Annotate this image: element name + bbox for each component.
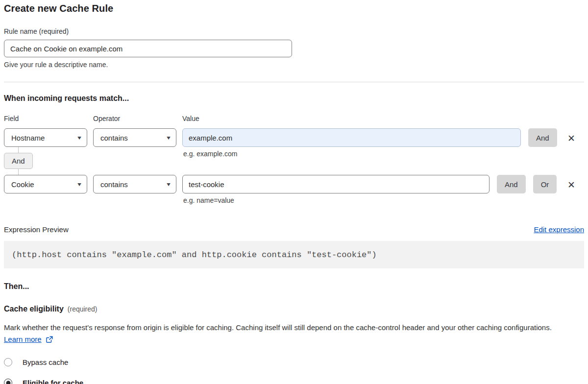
operator-select-1[interactable]: contains ▾: [93, 128, 176, 147]
rule-name-label: Rule name (required): [4, 27, 584, 35]
chevron-down-icon: ▾: [77, 181, 81, 187]
add-and-condition-button-1[interactable]: And: [528, 128, 557, 147]
connector-and-button[interactable]: And: [4, 153, 33, 169]
value-column-label: Value: [182, 115, 199, 122]
option-bypass-cache[interactable]: Bypass cache: [4, 358, 584, 366]
section-divider: [4, 82, 584, 82]
value-hint-2: e.g. name=value: [4, 196, 584, 204]
field-column-label: Field: [4, 115, 93, 122]
value-hint-1: e.g. example.com: [183, 150, 238, 158]
remove-condition-button-1[interactable]: ✕: [566, 133, 577, 144]
remove-condition-button-2[interactable]: ✕: [566, 179, 577, 190]
field-select-2-value: Cookie: [11, 180, 34, 189]
edit-expression-link[interactable]: Edit expression: [534, 225, 584, 234]
cache-eligibility-heading-row: Cache eligibility (required): [4, 305, 584, 313]
operator-select-2[interactable]: contains ▾: [93, 175, 176, 193]
page-title: Create new Cache Rule: [4, 3, 584, 14]
option-eligible-for-cache-label: Eligible for cache: [23, 379, 83, 384]
operator-select-1-value: contains: [100, 134, 128, 142]
field-select-1[interactable]: Hostname ▾: [4, 128, 87, 147]
close-icon: ✕: [567, 133, 575, 144]
radio-selected-icon[interactable]: [4, 379, 12, 384]
learn-more-link[interactable]: Learn more: [4, 335, 42, 343]
external-link-icon: [46, 336, 53, 343]
required-note: (required): [68, 305, 98, 313]
field-select-1-value: Hostname: [11, 134, 45, 142]
then-heading: Then...: [4, 282, 584, 291]
condition-connector-zone: And e.g. example.com: [4, 147, 584, 175]
radio-unselected-icon[interactable]: [4, 358, 12, 366]
expression-code: (http.host contains "example.com" and ht…: [12, 250, 377, 260]
chevron-down-icon: ▾: [167, 181, 171, 187]
value-input-1[interactable]: [182, 128, 521, 147]
chevron-down-icon: ▾: [77, 135, 81, 141]
rule-name-help: Give your rule a descriptive name.: [4, 61, 584, 69]
operator-select-2-value: contains: [100, 180, 128, 189]
add-or-condition-button-2[interactable]: Or: [533, 175, 557, 193]
match-column-labels: Field Operator Value: [4, 115, 584, 122]
value-input-2[interactable]: [182, 175, 490, 193]
match-heading: When incoming requests match...: [4, 94, 584, 103]
operator-column-label: Operator: [93, 115, 182, 122]
rule-name-input[interactable]: [4, 40, 292, 57]
cache-eligibility-heading: Cache eligibility: [4, 305, 64, 313]
field-select-2[interactable]: Cookie ▾: [4, 175, 87, 193]
expression-preview-header: Expression Preview Edit expression: [4, 225, 584, 234]
cache-eligibility-description: Mark whether the request’s response from…: [4, 322, 572, 345]
chevron-down-icon: ▾: [167, 135, 171, 141]
add-and-condition-button-2[interactable]: And: [497, 175, 526, 193]
option-eligible-for-cache[interactable]: Eligible for cache: [4, 379, 584, 384]
match-row-2: Cookie ▾ contains ▾ And Or ✕: [4, 175, 584, 193]
match-row-1: Hostname ▾ contains ▾ And ✕: [4, 128, 584, 147]
expression-code-block: (http.host contains "example.com" and ht…: [4, 241, 584, 268]
option-bypass-cache-label: Bypass cache: [23, 358, 68, 366]
expression-preview-label: Expression Preview: [4, 225, 69, 234]
description-text: Mark whether the request’s response from…: [4, 323, 552, 332]
close-icon: ✕: [567, 179, 575, 190]
